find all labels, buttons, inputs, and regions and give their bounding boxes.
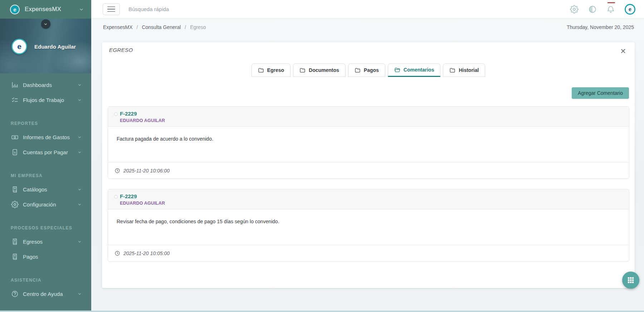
add-comment-button[interactable]: Agregar Comentario [572,87,629,99]
sidebar-item-informes-de-gastos[interactable]: Informes de Gastos [0,130,91,145]
sidebar-section-mi-empresa: MI EMPRESA [0,170,91,182]
book-icon [11,253,19,260]
comment-header: F-2229 EDUARDO AGUILAR [108,189,629,209]
chevron-down-icon [77,202,82,207]
sidebar-item-pagos[interactable]: Pagos [0,249,91,264]
chevron-down-icon [77,187,82,192]
comment-author: EDUARDO AGUILAR [120,118,165,123]
tab-pagos[interactable]: Pagos [348,63,385,77]
detail-tabs: Egreso Documentos Pagos Comentarios Hist… [102,63,635,77]
search-input[interactable] [128,6,243,12]
close-icon[interactable]: ✕ [619,47,628,55]
comment-header: F-2229 EDUARDO AGUILAR [108,107,629,127]
sidebar-item-label: Egresos [23,239,43,245]
chevron-down-icon [77,98,82,102]
chevron-down-icon [77,150,82,155]
breadcrumb-separator: / [136,24,138,30]
contrast-theme-icon[interactable] [588,5,597,14]
sidebar-item-egresos[interactable]: Egresos [0,234,91,249]
comment-radio[interactable] [114,195,118,199]
chevron-down-icon [77,135,82,140]
tab-label: Documentos [309,67,339,73]
tab-label: Comentarios [404,67,434,73]
panel-title: EGRESO [109,47,133,53]
sidebar-item-label: Pagos [23,254,38,260]
account-avatar[interactable]: e [625,4,635,15]
folder-icon [299,67,306,73]
chevron-down-icon[interactable] [79,7,84,12]
folder-icon [355,67,361,73]
sidebar-item-catalogos[interactable]: Catálogos [0,182,91,197]
folder-icon [449,67,455,73]
clock-icon [114,250,120,256]
tab-label: Egreso [267,67,284,73]
menu-toggle-button[interactable] [103,3,120,15]
book-icon [11,185,19,193]
comment-timestamp: 2025-11-20 10:05:00 [123,250,170,256]
sidebar-item-flujos-de-trabajo[interactable]: Flujos de Trabajo [0,92,91,107]
sidebar-item-label: Informes de Gastos [23,134,70,140]
notification-indicator [608,2,615,3]
tab-label: Historial [459,67,479,73]
sidebar-item-configuracion[interactable]: Configuración [0,197,91,212]
topbar: e [91,0,644,19]
sidebar: e ExpensesMX e Eduardo Aguilar Dashboard… [0,0,91,312]
comment-footer: 2025-11-20 10:05:00 [108,245,629,261]
sidebar-item-label: Centro de Ayuda [23,291,63,297]
chevron-down-icon [77,83,82,87]
sidebar-brand-header[interactable]: e ExpensesMX [0,0,91,19]
bar-chart-icon [11,81,19,89]
chevron-down-icon [77,239,82,244]
app-window: e ExpensesMX e Eduardo Aguilar Dashboard… [0,0,644,312]
folder-open-icon [394,67,400,73]
comment-body: Factura pagada de acuerdo a lo convenido… [108,127,629,162]
user-name: Eduardo Aguilar [34,44,76,50]
profile-collapse-toggle[interactable] [41,19,50,29]
receipt-icon [11,148,19,156]
breadcrumb-item-expensesmx[interactable]: ExpensesMX [103,24,132,30]
comment-card: F-2229 EDUARDO AGUILAR Revisar fecha de … [108,189,629,262]
help-circle-icon [11,290,19,298]
brand-name: ExpensesMX [25,6,61,13]
settings-gear-icon[interactable] [570,5,579,14]
horizontal-scrollbar[interactable] [0,311,644,312]
current-date: Thursday, November 20, 2025 [567,24,634,30]
comment-reference[interactable]: F-2229 [120,111,165,117]
sidebar-item-label: Cuentas por Pagar [23,149,68,155]
breadcrumb-separator: / [185,24,186,30]
user-profile-panel: e Eduardo Aguilar [0,19,91,73]
comment-radio[interactable] [114,112,118,116]
comment-author: EDUARDO AGUILAR [120,201,165,206]
sidebar-item-cuentas-por-pagar[interactable]: Cuentas por Pagar [0,145,91,160]
sidebar-item-label: Catálogos [23,186,47,192]
comment-reference[interactable]: F-2229 [120,193,165,199]
comment-card: F-2229 EDUARDO AGUILAR Factura pagada de… [108,106,629,179]
comment-timestamp: 2025-11-20 10:06:00 [123,168,170,174]
tab-egreso[interactable]: Egreso [252,63,291,77]
gear-icon [11,200,19,208]
sidebar-section-reportes: REPORTES [0,117,91,130]
tab-comentarios[interactable]: Comentarios [388,63,441,77]
app-logo-icon: e [10,5,20,14]
comment-footer: 2025-11-20 10:06:00 [108,162,629,179]
folder-icon [258,67,264,73]
sidebar-item-centro-de-ayuda[interactable]: Centro de Ayuda [0,286,91,301]
breadcrumb-item-consulta-general[interactable]: Consulta General [142,24,181,30]
user-avatar[interactable]: e [11,39,27,54]
breadcrumb: ExpensesMX / Consulta General / Egreso [103,24,206,30]
apps-grid-fab-button[interactable] [622,272,639,289]
book-icon [11,238,19,245]
sidebar-item-label: Flujos de Trabajo [23,97,64,103]
tab-historial[interactable]: Historial [443,63,485,77]
tab-documentos[interactable]: Documentos [293,63,346,77]
breadcrumb-bar: ExpensesMX / Consulta General / Egreso T… [91,19,644,36]
sidebar-item-label: Dashboards [23,82,52,88]
notifications-bell-icon[interactable] [606,5,615,14]
chevron-down-icon [77,292,82,296]
tab-label: Pagos [364,67,379,73]
egreso-panel: EGRESO ✕ Egreso Documentos Pagos [102,42,635,288]
checklist-icon [11,96,19,104]
sidebar-item-dashboards[interactable]: Dashboards [0,77,91,92]
breadcrumb-item-egreso: Egreso [190,24,206,30]
money-bill-icon [11,133,19,141]
